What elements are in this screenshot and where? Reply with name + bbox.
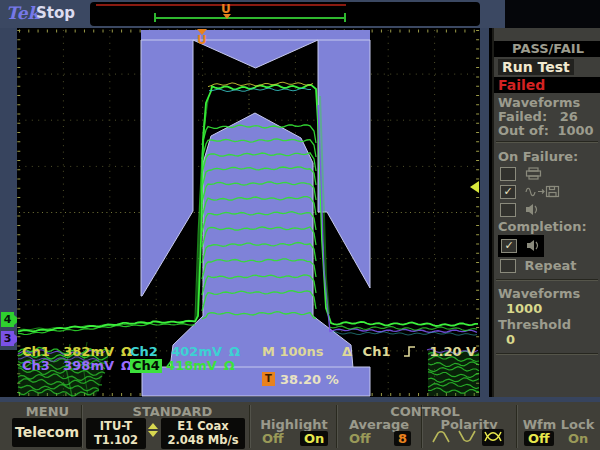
average-count-option[interactable]: 8	[394, 431, 411, 446]
ch1-label: Ch1	[22, 345, 56, 359]
record-trigger-arrow-icon	[223, 14, 231, 19]
standard-itut-button[interactable]: ITU-T T1.102	[86, 418, 146, 449]
ch4-position-marker[interactable]: 4	[1, 312, 14, 327]
waveforms-setting-label: Waveforms	[498, 286, 580, 301]
waveforms-failed-heading: Waveforms	[498, 95, 580, 110]
standard-e1-button[interactable]: E1 Coax 2.048 Mb/s	[161, 418, 245, 449]
wfmlock-on-option[interactable]: On	[568, 431, 588, 446]
on-failure-heading: On Failure:	[498, 149, 578, 164]
ch1-readout: Ch1382mVΩ	[22, 345, 132, 359]
test-result-status: Failed	[498, 77, 545, 93]
failed-label: Failed:	[498, 109, 547, 124]
speaker-icon	[525, 203, 540, 216]
positive-pulse-icon	[431, 429, 451, 444]
scope-graphics	[17, 28, 480, 397]
run-test-button[interactable]: Run Test	[498, 59, 574, 75]
polarity-positive-option[interactable]	[430, 429, 452, 446]
failed-count: 26	[560, 109, 578, 124]
record-view-strip: U	[90, 2, 480, 26]
wfmlock-label: Wfm Lock	[517, 417, 600, 432]
polarity-negative-option[interactable]	[456, 429, 478, 446]
threshold-setting-label: Threshold	[498, 317, 571, 332]
ch4-readout: Ch4418mVΩ	[130, 359, 235, 373]
divider	[496, 141, 598, 143]
e1-line2: 2.048 Mb/s	[161, 433, 245, 447]
failed-count-row: Failed: 26	[498, 109, 578, 124]
trigger-t-icon: T	[262, 372, 275, 386]
ch4-label: Ch4	[130, 359, 162, 373]
ch2-unit: Ω	[229, 344, 240, 359]
menu-title: PASS/FAIL	[494, 41, 600, 57]
highlight-off-option[interactable]: Off	[262, 431, 284, 446]
oscilloscope-screen: Tek Stop U 4 3	[0, 0, 600, 450]
waveform-display-area: U Ch1382mVΩ Ch2402mVΩ M 100ns Δ Ch1 1.20…	[17, 28, 480, 397]
waveforms-setting-value[interactable]: 1000	[506, 301, 542, 316]
trigger-position-marker[interactable]: U	[197, 33, 207, 47]
passfail-menu-panel: PASS/FAIL Run Test Failed Waveforms Fail…	[492, 28, 600, 397]
onfailure-print-option[interactable]	[500, 165, 542, 183]
polarity-both-option[interactable]	[482, 429, 504, 446]
trigger-position-readout: 38.20 %	[280, 373, 339, 387]
record-end-tick	[344, 13, 346, 22]
save-waveform-icon	[525, 185, 561, 198]
standard-section-header: STANDARD	[95, 404, 250, 419]
outof-label: Out of:	[498, 123, 549, 138]
repeat-option[interactable]: Repeat	[500, 257, 576, 275]
up-arrow-icon	[148, 423, 158, 429]
record-start-tick	[154, 13, 156, 22]
rising-edge-slope-icon	[403, 345, 417, 358]
trigger-delta-icon: Δ	[342, 344, 352, 359]
repeat-checkbox[interactable]	[500, 259, 516, 273]
ch3-value: 398mV	[56, 359, 114, 373]
right-border	[480, 28, 489, 397]
telecom-menu-button[interactable]: Telecom	[12, 418, 82, 447]
print-checkbox[interactable]	[500, 167, 516, 181]
average-off-option[interactable]: Off	[349, 431, 371, 446]
repeat-label: Repeat	[525, 258, 577, 273]
trigger-level-arrow[interactable]	[470, 181, 479, 193]
checkmark: ✓	[503, 185, 512, 198]
e1-line1: E1 Coax	[161, 419, 245, 433]
negative-pulse-icon	[457, 429, 477, 444]
acquisition-status: Stop	[36, 4, 75, 22]
highlight-label: Highlight	[252, 417, 336, 432]
trigger-source: Ch1	[363, 344, 391, 359]
ch3-readout: Ch3398mVΩ	[22, 359, 132, 373]
trigger-readout: Δ Ch1 1.20 V	[342, 345, 476, 359]
ch3-position-marker[interactable]: 3	[1, 331, 14, 346]
beep-checkbox[interactable]	[500, 203, 516, 217]
trigger-level: 1.20 V	[430, 344, 477, 359]
left-border	[0, 28, 17, 350]
ch4-value: 418mV	[165, 359, 217, 373]
bottom-menu-bar: MENU STANDARD CONTROL Telecom ITU-T T1.1…	[0, 402, 600, 450]
threshold-setting-value[interactable]: 0	[506, 332, 515, 347]
ch3-label: Ch3	[22, 359, 56, 373]
completion-beep-checkbox[interactable]: ✓	[501, 239, 517, 253]
wfmlock-off-option[interactable]: Off	[524, 431, 554, 446]
tek-logo: Tek	[6, 3, 39, 23]
highlight-on-option[interactable]: On	[300, 431, 328, 446]
ch4-unit: Ω	[224, 358, 235, 373]
itut-line2: T1.102	[86, 433, 146, 447]
completion-heading: Completion:	[498, 219, 587, 234]
divider	[496, 279, 598, 281]
ch2-value: 402mV	[164, 345, 222, 359]
ch2-readout: Ch2402mVΩ	[130, 345, 240, 359]
checkmark: ✓	[504, 239, 513, 252]
divider	[496, 353, 598, 355]
record-view-line	[155, 17, 345, 19]
onfailure-beep-option[interactable]	[500, 201, 540, 219]
mask-top-wedge	[193, 40, 318, 68]
timebase-readout: M 100ns	[262, 345, 324, 359]
average-label: Average	[337, 417, 421, 432]
mask-regions	[141, 30, 370, 396]
menu-section-header: MENU	[0, 404, 95, 419]
ch2-label: Ch2	[130, 345, 164, 359]
mask-left-column	[141, 40, 193, 296]
both-polarity-icon	[483, 429, 503, 444]
save-checkbox[interactable]: ✓	[500, 185, 516, 199]
speaker-icon	[526, 239, 541, 252]
onfailure-save-option[interactable]: ✓	[500, 183, 561, 201]
completion-beep-option[interactable]: ✓	[498, 235, 544, 257]
standard-updown-selector[interactable]	[148, 423, 158, 437]
